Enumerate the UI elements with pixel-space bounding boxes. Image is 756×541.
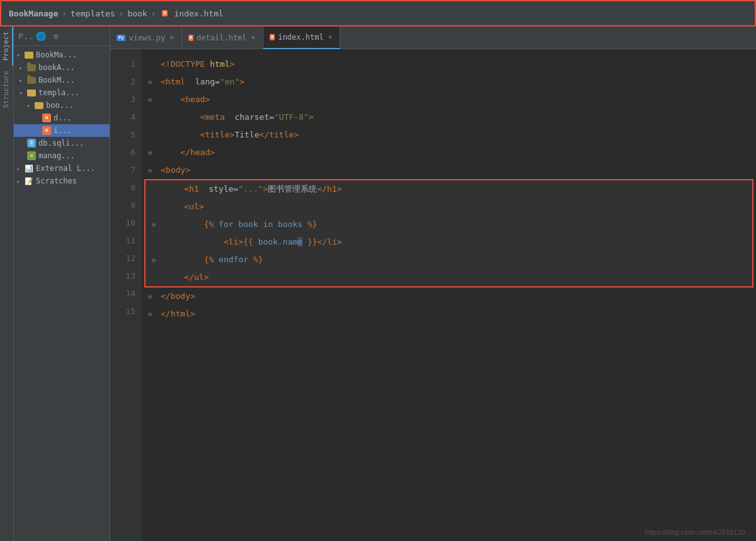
tab-label-detail: detail.html xyxy=(197,33,246,42)
scratches-icon: 📝 xyxy=(24,176,34,186)
code-line-11: <li>{{ book.name }}</li> xyxy=(146,233,752,251)
tab-close-index[interactable]: × xyxy=(327,32,334,42)
code-line-15: ⊖</html> xyxy=(142,305,756,323)
watermark: https://blog.csdn.net/mk2518120... xyxy=(645,528,751,536)
fold-arrow-12[interactable]: ⊖ xyxy=(152,255,164,265)
code-line-7: ⊖<body> xyxy=(142,161,756,179)
code-content-11: <li>{{ book.name }}</li> xyxy=(224,235,342,249)
tree-item-index-html[interactable]: H i... xyxy=(14,124,110,137)
code-content-5: <title>Title</title> xyxy=(200,128,299,142)
manage-icon: ⚙ xyxy=(26,151,37,161)
html-icon-index: H xyxy=(42,125,52,136)
fold-arrow-2[interactable]: ⊖ xyxy=(148,77,161,88)
tree-item-templates[interactable]: ▾ templa... xyxy=(14,86,110,99)
code-line-14: ⊖</body> xyxy=(142,288,756,305)
tab-label-views: views.py xyxy=(129,33,165,42)
tab-close-detail[interactable]: × xyxy=(250,32,257,43)
tree-label-bookm: BookM... xyxy=(38,76,75,84)
tree-label-booka: bookA... xyxy=(38,63,75,72)
tab-index-html[interactable]: H index.html × xyxy=(263,26,340,49)
tree-item-external[interactable]: ▸ 📊 External L... xyxy=(14,162,110,175)
code-content-4: <meta charset="UTF-8"> xyxy=(200,110,314,124)
tree-item-db[interactable]: 🗄 db.sqli... xyxy=(14,137,110,149)
html-icon-tab-detail: H xyxy=(188,35,193,41)
tree-item-detail-html[interactable]: H d... xyxy=(14,112,110,124)
fold-arrow-8 xyxy=(152,184,164,195)
line-number-14: 14 xyxy=(110,285,142,303)
code-content-15: </html> xyxy=(161,307,195,321)
tree-label-manage: manag... xyxy=(38,151,75,160)
breadcrumb-bar: BookManage › templates › book › H index.… xyxy=(0,0,756,26)
code-line-13: </ul> xyxy=(146,269,752,286)
tab-label-index: index.html xyxy=(278,33,323,42)
code-content-1: <!DOCTYPE html> xyxy=(161,57,234,71)
breadcrumb-part2[interactable]: book xyxy=(127,9,147,18)
html-icon-detail: H xyxy=(42,113,52,123)
fold-arrow-14[interactable]: ⊖ xyxy=(148,291,161,302)
tree-arrow-templates: ▾ xyxy=(19,90,26,96)
code-content-9: <ul> xyxy=(184,200,203,214)
breadcrumb-part1[interactable]: templates xyxy=(71,9,115,18)
code-content-13: </ul> xyxy=(184,270,209,284)
fold-arrow-5 xyxy=(148,130,161,141)
tree-label-external: External L... xyxy=(36,164,95,173)
line-number-8: 8 xyxy=(110,179,142,197)
breadcrumb-root[interactable]: BookManage xyxy=(9,9,58,18)
fold-arrow-1 xyxy=(148,59,161,70)
fold-arrow-6[interactable]: ⊖ xyxy=(148,148,161,158)
fold-arrow-7[interactable]: ⊖ xyxy=(148,165,161,176)
tree-label-db: db.sqli... xyxy=(38,139,84,148)
sidebar-tree: ▾ BookMa... ▸ bookA... ▸ BookM... ▾ temp… xyxy=(14,46,110,541)
tree-item-book-folder[interactable]: ▾ boo... xyxy=(14,99,110,112)
code-line-8: <h1 style="...">图书管理系统</h1> xyxy=(146,180,752,198)
main-area: Project Structure P.. 🌐 ≡ ▾ BookMa... ▸ xyxy=(0,26,756,541)
code-line-6: ⊖ </head> xyxy=(142,144,756,161)
tree-label-bookmanage: BookMa... xyxy=(36,50,77,59)
folder-icon-bookm xyxy=(26,75,37,85)
right-panel: Py views.py × H detail.html × H index.ht… xyxy=(110,26,756,541)
sidebar-label-structure[interactable]: Structure xyxy=(0,66,13,113)
tree-item-booka[interactable]: ▸ bookA... xyxy=(14,61,110,74)
line-numbers: 123456789101112131415 xyxy=(110,49,142,541)
tree-label-scratches: Scratches xyxy=(36,177,77,185)
tree-item-bookmanage[interactable]: ▾ BookMa... xyxy=(14,49,110,61)
html-icon-tab-index: H xyxy=(270,34,275,40)
line-number-2: 2 xyxy=(110,73,142,91)
code-line-9: <ul> xyxy=(146,198,752,216)
sidebar-icon-globe[interactable]: 🌐 xyxy=(34,29,48,43)
code-content-7: <body> xyxy=(161,163,190,177)
code-content[interactable]: <!DOCTYPE html>⊖<html lang="en">⊖ <head>… xyxy=(142,49,756,541)
tree-arrow-scratches: ▸ xyxy=(16,178,24,185)
folder-icon-book xyxy=(34,100,44,110)
tree-item-bookm[interactable]: ▸ BookM... xyxy=(14,74,110,86)
fold-arrow-3[interactable]: ⊖ xyxy=(148,95,161,105)
sidebar-top-icons: P.. 🌐 ≡ xyxy=(16,29,66,43)
tab-views-py[interactable]: Py views.py × xyxy=(110,26,182,49)
sidebar-icon-project[interactable]: P.. xyxy=(19,29,33,43)
tree-label-detail: d... xyxy=(54,113,72,122)
tab-close-views[interactable]: × xyxy=(168,32,175,43)
breadcrumb-file-icon: H xyxy=(160,8,170,18)
tree-item-manage[interactable]: ⚙ manag... xyxy=(14,149,110,162)
code-content-3: <head> xyxy=(180,93,210,107)
tree-item-scratches[interactable]: ▸ 📝 Scratches xyxy=(14,175,110,187)
tab-detail-html[interactable]: H detail.html × xyxy=(182,26,263,49)
sidebar: Project Structure P.. 🌐 ≡ ▾ BookMa... ▸ xyxy=(0,26,110,541)
code-line-10: ⊖ {% for book in books %} xyxy=(146,216,752,233)
fold-arrow-4 xyxy=(148,112,161,123)
breadcrumb-sep2: › xyxy=(119,9,124,18)
sidebar-top-bar: P.. 🌐 ≡ xyxy=(14,26,110,46)
fold-arrow-10[interactable]: ⊖ xyxy=(152,219,164,230)
line-number-12: 12 xyxy=(110,250,142,267)
fold-arrow-15[interactable]: ⊖ xyxy=(148,309,161,320)
tree-label-book-folder: boo... xyxy=(46,101,73,110)
line-number-5: 5 xyxy=(110,126,142,144)
code-content-8: <h1 style="...">图书管理系统</h1> xyxy=(184,182,341,196)
sidebar-icon-menu[interactable]: ≡ xyxy=(49,29,63,43)
line-number-1: 1 xyxy=(110,55,142,73)
code-editor[interactable]: 123456789101112131415 <!DOCTYPE html>⊖<h… xyxy=(110,49,756,541)
sidebar-label-project[interactable]: Project xyxy=(0,26,13,66)
breadcrumb-file[interactable]: index.html xyxy=(175,9,224,18)
folder-icon-templates xyxy=(26,88,37,98)
tree-arrow-external: ▸ xyxy=(16,165,24,172)
